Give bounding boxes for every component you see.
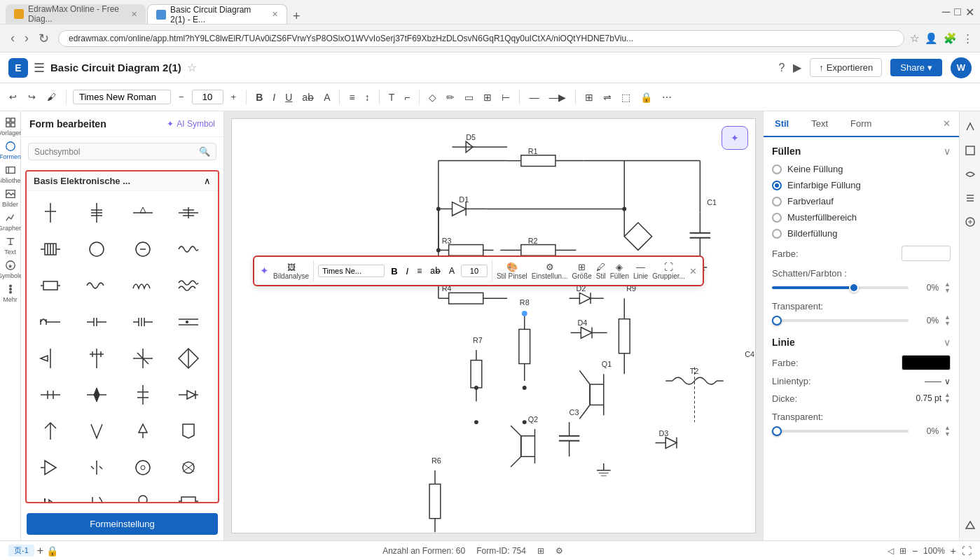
- grid-button[interactable]: ⊞: [481, 90, 495, 104]
- ft-linie-button[interactable]: — Linie: [633, 262, 648, 280]
- line-spacing-button[interactable]: ↕: [362, 90, 373, 104]
- shape-item[interactable]: [77, 268, 116, 303]
- transparent-spinner[interactable]: ▲ ▼: [944, 314, 951, 327]
- shape-item[interactable]: [31, 232, 70, 267]
- shape-item[interactable]: [77, 341, 116, 376]
- ft-fontcolor-button[interactable]: A: [447, 265, 457, 277]
- shape-item[interactable]: [31, 268, 70, 303]
- lock-icon[interactable]: 🔒: [46, 545, 58, 556]
- sidebar-item-bilder[interactable]: Bilder: [1, 188, 20, 208]
- line-style-button[interactable]: —: [526, 90, 541, 104]
- shape-item[interactable]: [123, 195, 163, 230]
- align-button[interactable]: ≡: [346, 90, 357, 104]
- ft-font-input[interactable]: [318, 265, 385, 277]
- shape-item[interactable]: [123, 304, 163, 340]
- right-sidebar-icon-5[interactable]: [960, 212, 980, 232]
- ft-groesse-button[interactable]: ⊞ Größe: [572, 262, 592, 280]
- font-size-increase[interactable]: +: [228, 90, 240, 104]
- undo-button[interactable]: ↩: [6, 90, 20, 104]
- line-end-button[interactable]: —▶: [546, 90, 569, 104]
- ft-size-input[interactable]: [461, 265, 488, 277]
- back-button[interactable]: ‹: [7, 29, 18, 48]
- font-color-button[interactable]: A: [321, 90, 333, 104]
- sidebar-item-text[interactable]: Text: [1, 236, 20, 255]
- tab-stil[interactable]: Stil: [764, 111, 800, 137]
- share-button[interactable]: Share ▾: [890, 59, 942, 76]
- shape-item[interactable]: [31, 414, 70, 449]
- fullscreen-button[interactable]: ⛶: [962, 545, 972, 556]
- search-box[interactable]: 🔍: [28, 143, 216, 160]
- shape-item[interactable]: [169, 414, 208, 449]
- fill-section-chevron[interactable]: ∨: [944, 146, 951, 157]
- current-page-tag[interactable]: 页-1: [8, 545, 34, 556]
- right-panel-close[interactable]: ✕: [934, 111, 959, 136]
- shape-item[interactable]: [123, 341, 163, 376]
- snap-button[interactable]: ⊢: [499, 90, 513, 104]
- tab-text[interactable]: Text: [800, 111, 839, 136]
- right-sidebar-icon-1[interactable]: [960, 117, 980, 136]
- shape-item[interactable]: [169, 268, 208, 303]
- ft-stilpinsel-button[interactable]: 🎨 Stil Pinsel: [497, 262, 527, 280]
- add-page-button[interactable]: +: [37, 545, 43, 557]
- zoom-in-button[interactable]: +: [951, 545, 956, 556]
- ft-stil-button[interactable]: 🖊 Stil: [596, 262, 606, 280]
- settings-icon[interactable]: ⚙: [555, 546, 563, 556]
- redo-button[interactable]: ↪: [25, 90, 39, 104]
- export-button[interactable]: ↑ Exportieren: [810, 58, 882, 77]
- ft-fuellen-button[interactable]: ◈ Füllen: [610, 262, 629, 280]
- right-sidebar-icon-4[interactable]: [960, 188, 980, 208]
- font-name-input[interactable]: [73, 90, 171, 104]
- fill-radio-solid[interactable]: [772, 181, 782, 190]
- shape-item[interactable]: [169, 232, 208, 267]
- transparent-down[interactable]: ▼: [944, 321, 951, 327]
- menu-icon[interactable]: ⋮: [962, 32, 973, 45]
- layer-icon[interactable]: ⊞: [537, 546, 544, 556]
- shape-item[interactable]: [77, 377, 116, 412]
- fill-option-pattern[interactable]: Musterfüllbereich: [772, 212, 951, 223]
- help-icon[interactable]: ?: [778, 62, 785, 74]
- page-nav-left[interactable]: ◁: [888, 546, 894, 556]
- sidebar-item-mehr[interactable]: Mehr: [1, 284, 20, 303]
- fill-color-swatch[interactable]: [902, 246, 951, 261]
- shape-item[interactable]: [169, 486, 208, 503]
- more-options-button[interactable]: ⋯: [659, 90, 675, 104]
- forward-button[interactable]: ›: [21, 29, 32, 48]
- lock-button[interactable]: 🔒: [637, 90, 655, 104]
- format-paint-button[interactable]: 🖌: [43, 90, 60, 104]
- shape-item[interactable]: [77, 195, 116, 230]
- extensions-icon[interactable]: 🧩: [944, 32, 957, 45]
- font-size-input[interactable]: [192, 90, 223, 104]
- bildanalyse-button[interactable]: 🖼 Bildanalyse: [273, 262, 309, 280]
- ft-bold-button[interactable]: B: [389, 265, 399, 278]
- line-color-swatch[interactable]: [902, 355, 951, 370]
- shape-item[interactable]: [169, 195, 208, 230]
- text-button[interactable]: T: [386, 90, 398, 104]
- play-icon[interactable]: ▶: [793, 61, 801, 74]
- shadow-down[interactable]: ▼: [944, 288, 951, 294]
- shape-fill-button[interactable]: ◇: [426, 90, 439, 104]
- shape-item[interactable]: [77, 414, 116, 449]
- shape-item[interactable]: [169, 341, 208, 376]
- transparent-track[interactable]: [772, 319, 909, 322]
- form-reset-button[interactable]: Formeinstellung: [27, 513, 218, 535]
- font-size-decrease[interactable]: −: [175, 90, 188, 104]
- tab-2-close[interactable]: ✕: [272, 10, 278, 19]
- shapes-collapse-icon[interactable]: ∧: [204, 176, 211, 186]
- fill-option-none[interactable]: Keine Füllung: [772, 164, 951, 174]
- ft-italic-button[interactable]: I: [404, 265, 411, 278]
- tab-form[interactable]: Form: [839, 111, 883, 136]
- line-section-chevron[interactable]: ∨: [944, 337, 951, 348]
- line-color-button[interactable]: ✏: [443, 90, 457, 104]
- ft-gruppierung-button[interactable]: ⛶ Gruppier...: [652, 262, 685, 280]
- refresh-button[interactable]: ↻: [35, 29, 53, 48]
- transparent-thumb[interactable]: [772, 316, 782, 326]
- strikethrough-button[interactable]: ab̶: [299, 90, 317, 104]
- shape-item[interactable]: [31, 304, 70, 340]
- shadow-track[interactable]: [772, 286, 909, 289]
- shape-item[interactable]: [123, 232, 163, 267]
- insert-button[interactable]: ⬚: [619, 90, 633, 104]
- shape-item[interactable]: [31, 450, 70, 485]
- bold-button[interactable]: B: [253, 90, 265, 104]
- sidebar-item-graphen[interactable]: Graphen: [1, 212, 20, 232]
- shape-item[interactable]: [31, 195, 70, 230]
